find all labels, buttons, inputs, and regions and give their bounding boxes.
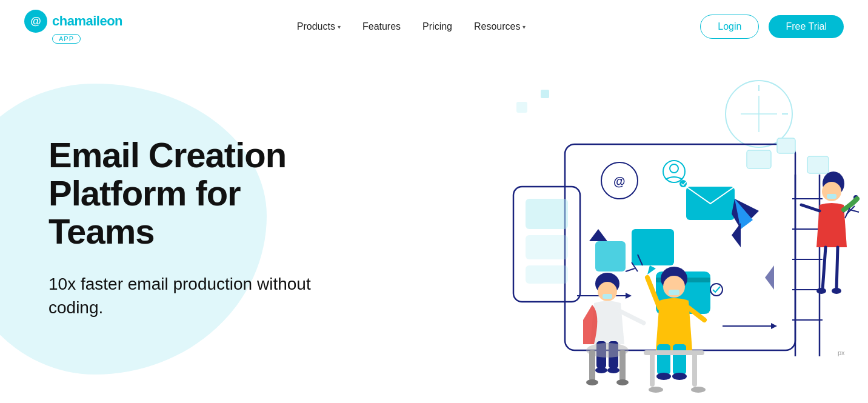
svg-point-71 bbox=[595, 367, 607, 373]
chevron-down-icon: ▾ bbox=[338, 24, 341, 30]
svg-point-72 bbox=[607, 367, 619, 373]
svg-rect-56 bbox=[657, 344, 670, 375]
svg-point-16 bbox=[679, 180, 687, 187]
svg-marker-54 bbox=[647, 265, 656, 275]
main-nav: Products ▾ Features Pricing Resources ▾ bbox=[297, 21, 526, 32]
svg-line-98 bbox=[850, 210, 859, 212]
svg-rect-61 bbox=[692, 350, 697, 387]
svg-text:px: px bbox=[838, 349, 845, 356]
svg-point-15 bbox=[670, 164, 678, 173]
svg-rect-30 bbox=[747, 150, 771, 168]
logo-brand[interactable]: @ chamaileon bbox=[24, 10, 122, 33]
nav-features[interactable]: Features bbox=[362, 21, 401, 32]
logo-area: @ chamaileon APP bbox=[24, 10, 122, 44]
nav-pricing[interactable]: Pricing bbox=[422, 21, 452, 32]
hero-subtitle: 10x faster email production without codi… bbox=[48, 272, 327, 319]
svg-line-95 bbox=[626, 268, 635, 271]
svg-point-23 bbox=[710, 284, 723, 296]
svg-point-63 bbox=[649, 387, 663, 393]
svg-marker-91 bbox=[589, 229, 607, 241]
svg-line-46 bbox=[823, 247, 826, 290]
nav-actions: Login Free Trial bbox=[700, 15, 844, 39]
logo-app-badge: APP bbox=[52, 34, 81, 44]
hero-illustration: @ bbox=[395, 53, 868, 403]
svg-marker-92 bbox=[732, 223, 741, 247]
svg-rect-52 bbox=[669, 290, 679, 295]
logo-at-icon: @ bbox=[24, 10, 47, 33]
nav-resources[interactable]: Resources ▾ bbox=[474, 21, 526, 32]
logo-name: chamaileon bbox=[52, 13, 122, 29]
hero-section: Email Creation Platform for Teams 10x fa… bbox=[0, 53, 868, 403]
svg-line-68 bbox=[619, 311, 644, 323]
svg-line-43 bbox=[801, 205, 820, 211]
svg-text:@: @ bbox=[613, 175, 626, 188]
svg-point-59 bbox=[672, 373, 687, 380]
svg-marker-25 bbox=[626, 293, 632, 299]
hero-title: Email Creation Platform for Teams bbox=[48, 136, 327, 250]
svg-rect-11 bbox=[526, 265, 568, 284]
svg-rect-21 bbox=[595, 241, 626, 271]
svg-line-47 bbox=[836, 247, 838, 290]
svg-rect-9 bbox=[526, 199, 568, 229]
svg-rect-0 bbox=[516, 102, 527, 113]
svg-marker-93 bbox=[765, 265, 774, 290]
svg-rect-57 bbox=[673, 344, 686, 375]
svg-point-48 bbox=[816, 288, 826, 294]
svg-rect-10 bbox=[526, 235, 568, 259]
svg-rect-67 bbox=[603, 294, 612, 299]
svg-point-76 bbox=[586, 379, 598, 385]
header: @ chamaileon APP Products ▾ Features Pri… bbox=[0, 0, 868, 53]
svg-rect-31 bbox=[777, 138, 795, 153]
svg-rect-62 bbox=[650, 350, 655, 387]
login-button[interactable]: Login bbox=[700, 15, 759, 39]
svg-rect-32 bbox=[807, 156, 829, 173]
chevron-down-icon: ▾ bbox=[522, 24, 526, 30]
hero-content: Email Creation Platform for Teams 10x fa… bbox=[0, 136, 327, 319]
svg-marker-27 bbox=[771, 323, 777, 329]
free-trial-button[interactable]: Free Trial bbox=[769, 15, 844, 38]
svg-point-64 bbox=[691, 387, 706, 393]
svg-rect-75 bbox=[619, 350, 626, 381]
nav-products[interactable]: Products ▾ bbox=[297, 21, 341, 32]
svg-rect-1 bbox=[541, 90, 549, 98]
svg-point-58 bbox=[656, 373, 671, 380]
svg-point-77 bbox=[616, 379, 629, 385]
svg-rect-74 bbox=[589, 350, 595, 381]
svg-rect-42 bbox=[827, 194, 836, 199]
svg-point-49 bbox=[832, 288, 841, 294]
svg-rect-20 bbox=[632, 229, 674, 265]
